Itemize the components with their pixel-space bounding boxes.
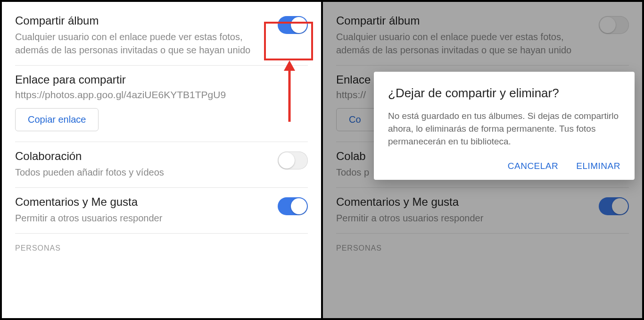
share-album-row: Compartir álbum Cualquier usuario con el… [15, 10, 308, 66]
comments-title: Comentarios y Me gusta [15, 195, 272, 209]
share-link-row: Enlace para compartir https://photos.app… [15, 66, 308, 142]
comments-sub: Permitir a otros usuarios responder [15, 211, 272, 225]
comments-toggle[interactable] [278, 197, 308, 215]
comments-row: Comentarios y Me gusta Permitir a otros … [15, 188, 308, 234]
dialog-title: ¿Dejar de compartir y eliminar? [388, 85, 620, 101]
dialog-body: No está guardado en tus álbumes. Si deja… [388, 109, 620, 148]
settings-panel-before: Compartir álbum Cualquier usuario con el… [0, 0, 322, 320]
collaboration-title: Colaboración [15, 150, 272, 163]
collaboration-toggle[interactable] [278, 152, 308, 169]
collaboration-sub: Todos pueden añadir fotos y vídeos [15, 166, 272, 179]
share-album-title: Compartir álbum [15, 14, 272, 27]
content-area: Compartir álbum Cualquier usuario con el… [2, 2, 321, 253]
settings-panel-dialog: Compartir álbum Cualquier usuario con el… [322, 0, 644, 320]
collaboration-row: Colaboración Todos pueden añadir fotos y… [15, 142, 308, 188]
share-link-title: Enlace para compartir [15, 73, 308, 86]
people-section-label: PERSONAS [15, 244, 308, 253]
delete-button[interactable]: ELIMINAR [576, 161, 620, 171]
share-album-toggle[interactable] [278, 16, 308, 34]
share-link-url: https://photos.app.goo.gl/4aziUE6KYTB1TP… [15, 89, 308, 101]
cancel-button[interactable]: CANCELAR [508, 161, 558, 171]
copy-link-button[interactable]: Copiar enlace [15, 108, 99, 131]
share-album-sub: Cualquier usuario con el enlace puede ve… [15, 30, 272, 57]
dialog-actions: CANCELAR ELIMINAR [388, 161, 620, 171]
confirm-dialog: ¿Dejar de compartir y eliminar? No está … [374, 72, 635, 180]
